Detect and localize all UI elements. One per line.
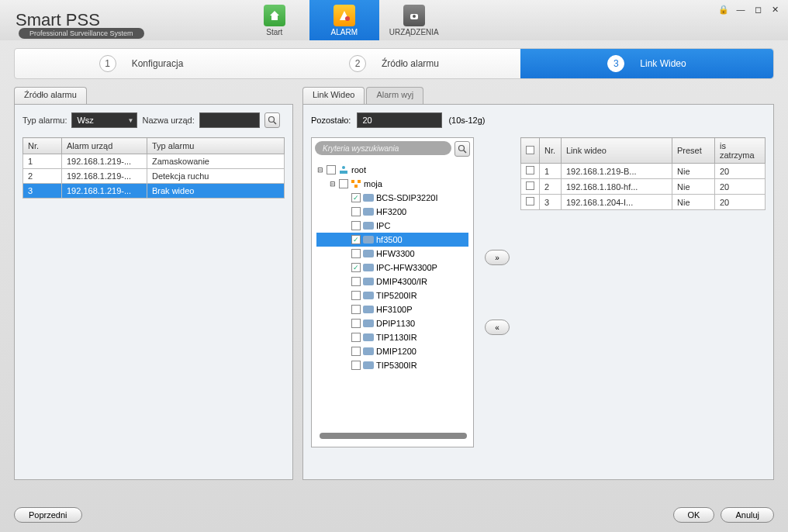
camera-icon	[363, 250, 374, 257]
tree-node[interactable]: IPC-HFW3300P	[316, 261, 468, 275]
col-dev[interactable]: Alarm urząd	[62, 138, 147, 154]
row-checkbox[interactable]	[526, 197, 534, 206]
title-bar: Smart PSS Professional Surveillance Syst…	[0, 0, 788, 40]
table-row[interactable]: 3192.168.1.204-I...Nie20	[521, 195, 766, 210]
camera-icon	[363, 264, 374, 271]
type-label: Typ alarmu:	[22, 116, 67, 125]
tree-node[interactable]: ⊟root	[316, 163, 468, 177]
alarm-type-select[interactable]: Wsz	[71, 112, 137, 128]
svg-rect-10	[358, 180, 361, 183]
device-icon	[403, 5, 425, 26]
tree-node[interactable]: DMIP4300/IR	[316, 275, 468, 288]
nav-alarm-label: ALARM	[331, 28, 358, 36]
tree-search-button[interactable]	[454, 141, 470, 157]
tree-scrollbar[interactable]	[320, 433, 467, 439]
tab-alarm-source[interactable]: Źródło alarmu	[14, 87, 87, 104]
camera-icon	[363, 194, 374, 202]
tree-node[interactable]: BCS-SDIP3220I	[316, 191, 468, 205]
table-row[interactable]: 2192.168.1.180-hf...Nie20	[521, 179, 766, 195]
svg-line-6	[464, 150, 466, 153]
window-controls: 🔒 — ◻ ✕	[718, 5, 780, 15]
svg-rect-9	[351, 180, 354, 183]
app-subtitle: Professional Surveillance System	[19, 28, 144, 39]
tree-node[interactable]: TIP5200IR	[316, 288, 468, 302]
table-row[interactable]: 2192.168.1.219-...Detekcja ruchu	[23, 169, 285, 184]
tree-node[interactable]: TIP1130IR	[316, 330, 468, 344]
col-check[interactable]	[521, 138, 540, 164]
col-nr[interactable]: Nr.	[23, 138, 62, 154]
tree-search-input[interactable]	[315, 141, 451, 155]
step-label-1: Konfiguracja	[132, 58, 184, 69]
minimize-button[interactable]: —	[735, 5, 746, 15]
camera-icon	[363, 320, 374, 327]
camera-icon	[363, 222, 374, 230]
col-preset[interactable]: Preset	[672, 138, 715, 164]
remain-label: Pozostało:	[311, 116, 351, 125]
svg-point-5	[459, 146, 465, 151]
col-link-nr[interactable]: Nr.	[540, 138, 562, 164]
link-table-col: Nr. Link wideo Preset is zatrzyma 1192.1…	[520, 137, 766, 447]
table-row[interactable]: 1192.168.1.219-B...Nie20	[521, 164, 766, 179]
step-num-2: 2	[349, 55, 366, 72]
camera-icon	[363, 292, 374, 299]
camera-icon	[363, 347, 374, 355]
add-button[interactable]: »	[485, 250, 510, 265]
tree-node[interactable]: DPIP1130	[316, 316, 468, 330]
tree-node[interactable]: hf3500	[316, 233, 468, 247]
tree-node[interactable]: ⊟moja	[316, 177, 468, 191]
tree-node[interactable]: HF3200	[316, 205, 468, 219]
close-button[interactable]: ✕	[769, 5, 780, 15]
tree-node[interactable]: IPC	[316, 219, 468, 233]
tab-link-video[interactable]: Link Wideo	[302, 87, 365, 104]
lock-icon[interactable]: 🔒	[718, 5, 729, 15]
filter-row: Typ alarmu: Wsz Nazwa urząd:	[22, 112, 285, 128]
cancel-button[interactable]: Anuluj	[721, 507, 774, 523]
camera-icon	[363, 333, 374, 341]
main-area: Źródło alarmu Typ alarmu: Wsz Nazwa urzą…	[0, 79, 788, 480]
tree-node[interactable]: HF3100P	[316, 302, 468, 316]
svg-rect-11	[354, 185, 358, 188]
name-label: Nazwa urząd:	[142, 116, 194, 125]
svg-point-0	[345, 16, 350, 21]
step-link[interactable]: 3 Link Wideo	[520, 49, 773, 78]
device-name-input[interactable]	[199, 112, 260, 128]
camera-icon	[363, 236, 374, 244]
remove-button[interactable]: «	[485, 320, 510, 335]
table-row[interactable]: 1192.168.1.219-...Zamaskowanie	[23, 154, 285, 169]
col-link-video[interactable]: Link wideo	[562, 138, 672, 164]
tree-node[interactable]: DMIP1200	[316, 344, 468, 358]
nav-alarm[interactable]: ALARM	[309, 0, 379, 40]
tree-node[interactable]: HFW3300	[316, 247, 468, 261]
step-label-3: Link Wideo	[640, 58, 686, 69]
step-config[interactable]: 1 Konfiguracja	[15, 49, 268, 78]
footer: Poprzedni OK Anuluj	[14, 507, 774, 523]
step-source[interactable]: 2 Źródło alarmu	[268, 49, 520, 78]
arrow-col: » «	[482, 137, 513, 447]
prev-button[interactable]: Poprzedni	[14, 507, 82, 523]
col-stay[interactable]: is zatrzyma	[715, 138, 766, 164]
step-label-2: Źródło alarmu	[382, 58, 439, 69]
svg-point-2	[413, 15, 416, 18]
remain-hint: (10s-12g)	[448, 116, 485, 125]
maximize-button[interactable]: ◻	[752, 5, 763, 15]
svg-rect-8	[340, 171, 347, 174]
col-type[interactable]: Typ alarmu	[147, 138, 285, 154]
ok-button[interactable]: OK	[673, 507, 715, 523]
search-icon	[268, 116, 277, 125]
svg-point-3	[268, 117, 274, 123]
home-icon	[264, 5, 285, 26]
table-row[interactable]: 3192.168.1.219-...Brak wideo	[23, 184, 285, 199]
nav-start[interactable]: Start	[240, 0, 309, 40]
search-button[interactable]	[264, 112, 280, 128]
select-all-checkbox[interactable]	[526, 146, 534, 154]
row-checkbox[interactable]	[526, 181, 534, 190]
nav-devices[interactable]: URZĄDZENIA	[379, 0, 449, 40]
nav-devices-label: URZĄDZENIA	[389, 28, 439, 36]
row-checkbox[interactable]	[526, 166, 534, 174]
alarm-table: Nr. Alarm urząd Typ alarmu 1192.168.1.21…	[22, 137, 285, 199]
nav-start-label: Start	[266, 28, 282, 36]
camera-icon	[363, 208, 374, 216]
tab-alarm-out[interactable]: Alarm wyj	[366, 87, 423, 104]
tree-node[interactable]: TIP5300IR	[316, 358, 468, 372]
remain-input[interactable]	[357, 112, 442, 128]
